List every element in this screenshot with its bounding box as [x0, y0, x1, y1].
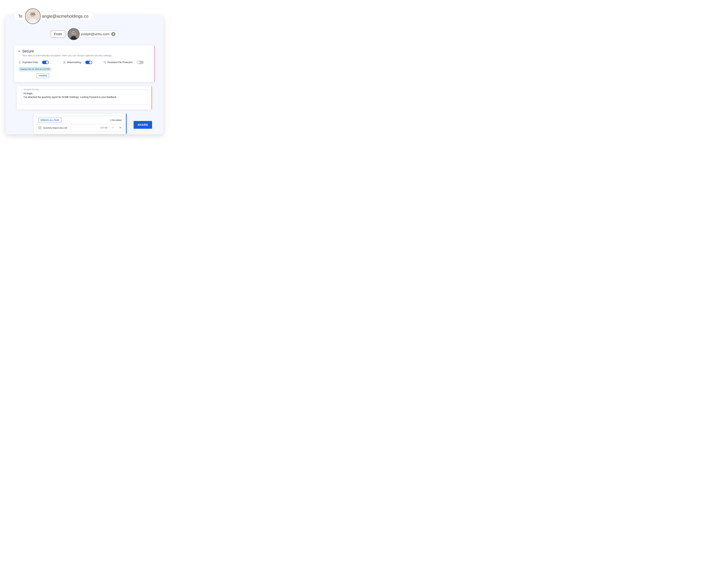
file-lock-icon — [103, 61, 106, 64]
remove-file-button[interactable] — [119, 126, 121, 129]
secure-dot-icon — [18, 50, 20, 52]
file-name: Quarterly Report.docx.tdf — [43, 127, 99, 129]
secure-description: Your data is automatically encrypted. He… — [22, 54, 151, 57]
check-circle-icon — [39, 126, 41, 129]
from-label: From — [51, 31, 65, 38]
change-expiration-button[interactable]: CHANGE — [37, 73, 49, 78]
close-icon — [112, 33, 114, 35]
from-avatar — [68, 28, 79, 40]
remove-all-files-button[interactable]: REMOVE ALL FILES — [39, 118, 61, 122]
to-label: To — [14, 12, 26, 20]
expiration-label: Expiration Date — [22, 61, 38, 64]
compose-card: To angie@acmeholdings.co From — [6, 15, 163, 134]
files-header: REMOVE ALL FILES 1 File Added — [36, 116, 124, 124]
svg-rect-12 — [105, 63, 106, 63]
files-list: REMOVE ALL FILES 1 File Added Quarterly … — [36, 116, 124, 131]
remove-from-chip[interactable] — [111, 32, 115, 36]
expiration-details: Expires Feb 16, 2024 at 2:22 PM — [18, 67, 52, 71]
secure-panel: Secure Your data is automatically encryp… — [14, 46, 155, 82]
secure-header: Secure — [18, 49, 151, 53]
avatar-icon — [25, 9, 40, 24]
expiration-chip: Expires Feb 16, 2024 at 2:22 PM — [18, 67, 52, 71]
hourglass-icon — [18, 61, 21, 64]
persistent-label: Persistent File Protection — [108, 61, 133, 64]
secure-title: Secure — [22, 49, 34, 53]
message-fieldset[interactable]: Encrypted Message Hi Angie, I've attache… — [21, 90, 148, 105]
expiration-toggle[interactable] — [42, 61, 49, 64]
document-icon — [63, 61, 66, 64]
files-share-row: REMOVE ALL FILES 1 File Added Quarterly … — [17, 114, 152, 129]
message-body[interactable]: Hi Angie, I've attached the quarterly re… — [23, 92, 145, 99]
file-row: Quarterly Report.docx.tdf 5.97 KB — [36, 124, 124, 131]
from-email-text: joseph@virtru.com — [81, 32, 109, 36]
to-email-chip[interactable]: angie@acmeholdings.co — [34, 12, 94, 21]
file-size: 5.97 KB — [100, 127, 107, 129]
from-email-chip[interactable]: joseph@virtru.com — [74, 31, 118, 38]
files-panel: REMOVE ALL FILES 1 File Added Quarterly … — [34, 114, 127, 134]
watermarking-toggle[interactable] — [85, 61, 92, 64]
chevron-down-icon[interactable] — [112, 127, 114, 129]
share-button[interactable]: SHARE — [134, 121, 152, 129]
to-row: To angie@acmeholdings.co — [14, 8, 94, 24]
files-count-label: 1 File Added — [110, 119, 121, 121]
message-legend: Encrypted Message — [23, 89, 40, 91]
to-avatar — [25, 8, 41, 24]
watermarking-option: Watermarking — [63, 61, 92, 64]
persistent-option: Persistent File Protection — [103, 61, 143, 64]
watermarking-label: Watermarking — [67, 61, 81, 64]
avatar-icon — [68, 28, 79, 40]
expiration-option: Expiration Date Expires Feb 16, 2024 at … — [18, 61, 52, 78]
message-panel: Encrypted Message Hi Angie, I've attache… — [17, 86, 152, 109]
secure-options-row: Expiration Date Expires Feb 16, 2024 at … — [18, 61, 151, 78]
persistent-toggle[interactable] — [137, 61, 143, 64]
